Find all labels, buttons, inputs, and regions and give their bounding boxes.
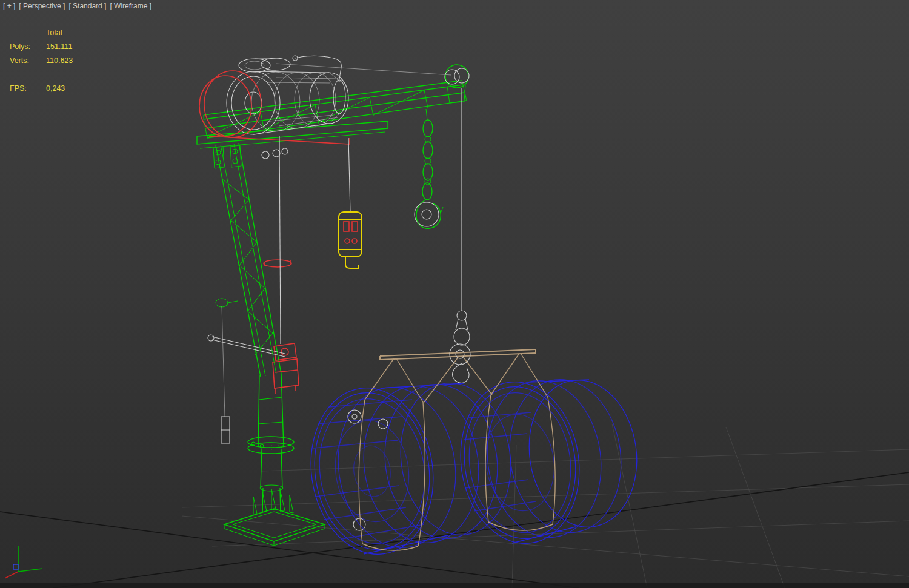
stats-fps-value: 0,243 xyxy=(46,84,65,93)
chain-and-hook xyxy=(415,109,443,228)
world-axis-gizmo xyxy=(5,546,42,578)
cables-and-hook[interactable] xyxy=(208,88,470,443)
drum-left[interactable] xyxy=(301,376,521,563)
stats-polys-value: 151.111 xyxy=(46,42,72,51)
stats-total-header: Total xyxy=(46,28,62,37)
viewport-menu-general[interactable]: [ + ] xyxy=(3,2,15,10)
crane-base xyxy=(224,489,325,546)
perspective-viewport[interactable]: [ + ] [ Perspective ] [ Standard ] [ Wir… xyxy=(0,0,909,588)
viewport-menu-pov[interactable]: [ Perspective ] xyxy=(19,2,65,10)
stats-verts-value: 110.623 xyxy=(46,56,73,65)
viewport-label: [ + ] [ Perspective ] [ Standard ] [ Wir… xyxy=(3,2,152,10)
ground-grid xyxy=(0,424,909,588)
crane-mast-lower xyxy=(248,374,294,512)
viewport-bottom-edge xyxy=(0,583,909,588)
viewport-menu-render-preset[interactable]: [ Standard ] xyxy=(68,2,106,10)
stats-verts-label: Verts: xyxy=(10,56,29,65)
stats-polys-label: Polys: xyxy=(10,42,30,51)
pendant-control[interactable] xyxy=(339,212,362,268)
stats-fps-label: FPS: xyxy=(10,84,27,93)
viewport-menu-shading[interactable]: [ Wireframe ] xyxy=(110,2,152,10)
lifting-frame[interactable] xyxy=(359,349,555,550)
viewport-canvas[interactable] xyxy=(0,0,909,588)
